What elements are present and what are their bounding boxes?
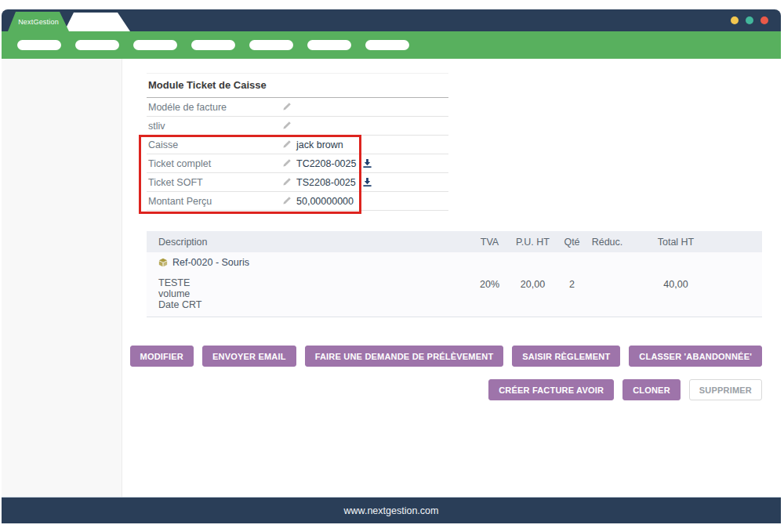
field-value: jack brown [296, 139, 343, 150]
edit-pencil-icon[interactable] [281, 196, 292, 206]
item-tva: 20% [468, 277, 511, 310]
main-navbar [2, 31, 781, 59]
minimize-icon[interactable] [731, 16, 739, 24]
browser-chrome: NextGestion [2, 9, 781, 31]
field-value: TS2208-0025 [296, 177, 356, 188]
detail-row-ticket-complet: Ticket complet TC2208-0025 [147, 154, 448, 173]
action-buttons: MODIFIER ENVOYER EMAIL FAIRE UNE DEMANDE… [147, 346, 762, 400]
footer-url-link[interactable]: www.nextgestion.com [344, 505, 439, 516]
demande-prelevement-button[interactable]: FAIRE UNE DEMANDE DE PRÉLÈVEMENT [305, 346, 504, 367]
field-label: Ticket SOFT [148, 177, 281, 188]
maximize-icon[interactable] [746, 16, 753, 24]
supprimer-button[interactable]: SUPPRIMER [689, 379, 762, 400]
package-icon [158, 258, 168, 267]
item-total-ht: 40,00 [625, 277, 727, 310]
table-header-row: Description TVA P.U. HT Qté Réduc. Total… [147, 231, 762, 252]
item-pu-ht: 20,00 [511, 277, 554, 310]
edit-pencil-icon[interactable] [281, 102, 292, 112]
download-icon[interactable] [362, 177, 372, 187]
item-desc-line: volume [158, 288, 468, 299]
nav-item-placeholder[interactable] [133, 40, 177, 50]
sidebar [2, 59, 122, 497]
brand-tab-label: NextGestion [18, 18, 59, 26]
action-row-2: CRÉER FACTURE AVOIR CLONER SUPPRIMER [147, 379, 762, 400]
cloner-button[interactable]: CLONER [622, 379, 681, 400]
footer-bar: www.nextgestion.com [2, 497, 781, 523]
field-label: Montant Perçu [148, 196, 281, 207]
nav-item-placeholder[interactable] [365, 40, 409, 50]
column-header: Description [158, 237, 468, 248]
saisir-reglement-button[interactable]: SAISIR RÈGLEMENT [512, 346, 620, 367]
column-header: TVA [468, 237, 511, 248]
field-value: 50,00000000 [296, 196, 354, 207]
creer-facture-avoir-button[interactable]: CRÉER FACTURE AVOIR [488, 379, 614, 400]
nav-item-placeholder[interactable] [307, 40, 351, 50]
detail-row-ticket-soft: Ticket SOFT TS2208-0025 [147, 173, 448, 192]
nav-item-placeholder[interactable] [75, 40, 119, 50]
item-desc-line: Date CRT [158, 299, 468, 310]
edit-pencil-icon[interactable] [281, 139, 292, 150]
nav-item-placeholder[interactable] [191, 40, 235, 50]
invoice-lines-table: Description TVA P.U. HT Qté Réduc. Total… [147, 231, 762, 317]
action-row-1: MODIFIER ENVOYER EMAIL FAIRE UNE DEMANDE… [147, 346, 762, 367]
highlighted-rows-group: Caisse jack brown Ticket complet [147, 136, 448, 211]
field-label: Ticket complet [148, 158, 281, 169]
ticket-detail-panel: Module Ticket de Caisse Modéle de factur… [147, 73, 448, 211]
item-reduc [590, 277, 625, 310]
modifier-button[interactable]: MODIFIER [130, 346, 194, 367]
field-label: Modéle de facture [148, 102, 281, 113]
classer-abandonnee-button[interactable]: CLASSER 'ABANDONNÉE' [629, 346, 762, 367]
detail-row-caisse: Caisse jack brown [147, 136, 448, 154]
download-icon[interactable] [362, 158, 372, 168]
column-header: Total HT [625, 237, 727, 248]
product-group-row: Ref-0020 - Souris [147, 252, 762, 273]
background-tab[interactable] [61, 13, 130, 31]
product-ref-link[interactable]: Ref-0020 - Souris [172, 257, 249, 268]
line-item-row: TESTE volume Date CRT 20% 20,00 2 40,00 [147, 273, 762, 317]
field-label: stliv [148, 121, 281, 132]
nav-item-placeholder[interactable] [249, 40, 293, 50]
nav-item-placeholder[interactable] [17, 40, 61, 50]
item-qte: 2 [554, 277, 590, 310]
detail-row-modele-facture: Modéle de facture [147, 98, 448, 117]
main-content: Module Ticket de Caisse Modéle de factur… [122, 59, 781, 497]
edit-pencil-icon[interactable] [281, 158, 292, 168]
edit-pencil-icon[interactable] [281, 177, 292, 187]
column-header: Réduc. [590, 237, 625, 248]
detail-row-montant-percu: Montant Perçu 50,00000000 [147, 192, 448, 211]
panel-title: Module Ticket de Caisse [147, 73, 448, 98]
column-header: P.U. HT [511, 237, 554, 248]
page: NextGestion Module Tic [0, 0, 784, 532]
field-value: TC2208-0025 [296, 158, 356, 169]
close-icon[interactable] [760, 16, 768, 24]
column-header: Qté [554, 237, 590, 248]
envoyer-email-button[interactable]: ENVOYER EMAIL [202, 346, 296, 367]
browser-window: NextGestion Module Tic [2, 9, 781, 523]
window-controls [731, 16, 768, 24]
brand-tab[interactable]: NextGestion [8, 12, 69, 31]
field-label: Caisse [148, 139, 281, 150]
item-desc-line: TESTE [158, 277, 468, 288]
detail-row-stliv: stliv [147, 117, 448, 136]
edit-pencil-icon[interactable] [281, 121, 292, 131]
